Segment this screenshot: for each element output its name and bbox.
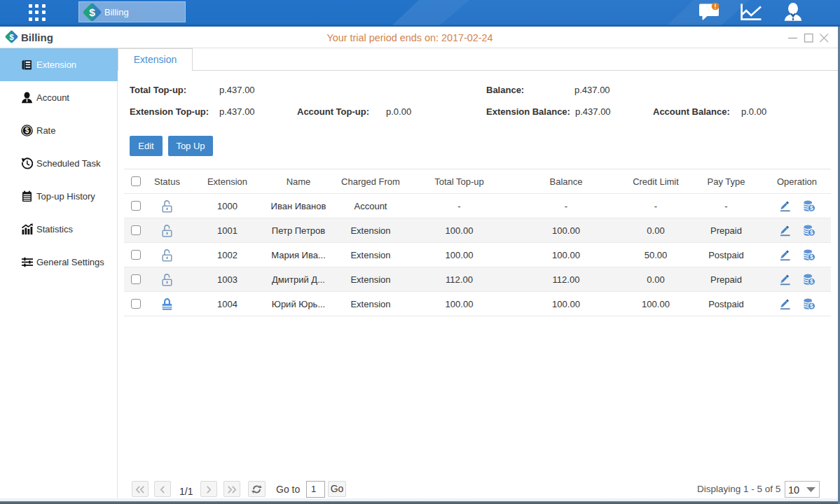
- svg-text:$: $: [810, 302, 813, 309]
- svg-text:$: $: [810, 229, 813, 236]
- svg-text:$: $: [810, 204, 813, 211]
- svg-text:$: $: [9, 33, 13, 41]
- svg-text:$: $: [810, 278, 813, 285]
- svg-text:$: $: [25, 127, 29, 134]
- svg-text:$: $: [810, 253, 813, 260]
- svg-text:$: $: [89, 6, 95, 18]
